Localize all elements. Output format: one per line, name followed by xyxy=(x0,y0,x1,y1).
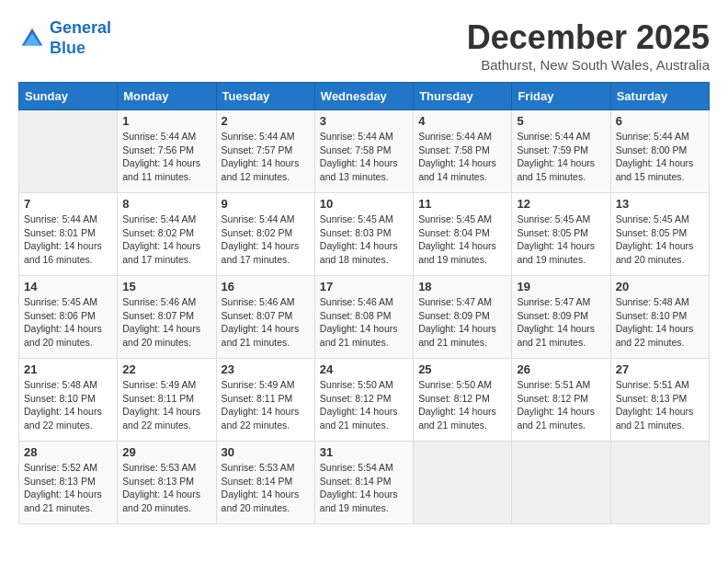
calendar-cell: 31Sunrise: 5:54 AMSunset: 8:14 PMDayligh… xyxy=(314,442,413,524)
calendar-cell: 14Sunrise: 5:45 AMSunset: 8:06 PMDayligh… xyxy=(19,276,118,359)
day-info: Sunrise: 5:44 AMSunset: 8:01 PMDaylight:… xyxy=(24,213,112,267)
page-header: General Blue December 2025 Bathurst, New… xyxy=(18,18,710,73)
day-info: Sunrise: 5:44 AMSunset: 8:02 PMDaylight:… xyxy=(122,213,210,267)
calendar-cell: 9Sunrise: 5:44 AMSunset: 8:02 PMDaylight… xyxy=(216,193,314,276)
calendar-cell: 24Sunrise: 5:50 AMSunset: 8:12 PMDayligh… xyxy=(314,359,413,442)
header-day-friday: Friday xyxy=(512,83,610,110)
day-number: 10 xyxy=(320,197,408,211)
calendar-cell: 7Sunrise: 5:44 AMSunset: 8:01 PMDaylight… xyxy=(19,193,118,276)
day-info: Sunrise: 5:44 AMSunset: 8:02 PMDaylight:… xyxy=(222,213,310,267)
calendar-table: SundayMondayTuesdayWednesdayThursdayFrid… xyxy=(18,82,710,524)
day-number: 12 xyxy=(517,197,605,211)
day-info: Sunrise: 5:44 AMSunset: 7:58 PMDaylight:… xyxy=(418,130,506,184)
day-number: 30 xyxy=(222,445,310,459)
calendar-cell: 16Sunrise: 5:46 AMSunset: 8:07 PMDayligh… xyxy=(216,276,314,359)
week-row-4: 21Sunrise: 5:48 AMSunset: 8:10 PMDayligh… xyxy=(19,359,710,442)
calendar-cell: 27Sunrise: 5:51 AMSunset: 8:13 PMDayligh… xyxy=(610,359,709,442)
day-info: Sunrise: 5:44 AMSunset: 8:00 PMDaylight:… xyxy=(616,130,704,184)
calendar-cell: 20Sunrise: 5:48 AMSunset: 8:10 PMDayligh… xyxy=(610,276,709,359)
day-info: Sunrise: 5:51 AMSunset: 8:13 PMDaylight:… xyxy=(616,378,704,432)
calendar-cell: 22Sunrise: 5:49 AMSunset: 8:11 PMDayligh… xyxy=(118,359,216,442)
logo-text: General Blue xyxy=(50,18,111,58)
day-number: 14 xyxy=(24,280,112,293)
calendar-cell: 18Sunrise: 5:47 AMSunset: 8:09 PMDayligh… xyxy=(414,276,512,359)
day-info: Sunrise: 5:49 AMSunset: 8:11 PMDaylight:… xyxy=(222,378,310,432)
day-info: Sunrise: 5:46 AMSunset: 8:07 PMDaylight:… xyxy=(222,295,310,350)
day-info: Sunrise: 5:44 AMSunset: 7:57 PMDaylight:… xyxy=(222,130,310,184)
day-number: 28 xyxy=(24,445,112,459)
calendar-cell: 29Sunrise: 5:53 AMSunset: 8:13 PMDayligh… xyxy=(118,442,216,524)
calendar-header: SundayMondayTuesdayWednesdayThursdayFrid… xyxy=(19,83,710,110)
day-info: Sunrise: 5:46 AMSunset: 8:07 PMDaylight:… xyxy=(122,295,210,350)
day-number: 11 xyxy=(418,197,506,211)
header-day-thursday: Thursday xyxy=(414,83,512,110)
day-info: Sunrise: 5:44 AMSunset: 7:59 PMDaylight:… xyxy=(517,130,605,184)
day-number: 26 xyxy=(517,362,605,376)
location: Bathurst, New South Wales, Australia xyxy=(467,57,710,73)
header-day-monday: Monday xyxy=(118,83,216,110)
day-number: 25 xyxy=(418,362,506,376)
week-row-5: 28Sunrise: 5:52 AMSunset: 8:13 PMDayligh… xyxy=(19,442,710,524)
calendar-cell: 4Sunrise: 5:44 AMSunset: 7:58 PMDaylight… xyxy=(414,110,512,193)
calendar-cell: 26Sunrise: 5:51 AMSunset: 8:12 PMDayligh… xyxy=(512,359,610,442)
calendar-cell: 13Sunrise: 5:45 AMSunset: 8:05 PMDayligh… xyxy=(610,193,709,276)
day-number: 19 xyxy=(517,280,605,293)
day-number: 27 xyxy=(616,362,704,376)
day-info: Sunrise: 5:45 AMSunset: 8:04 PMDaylight:… xyxy=(418,213,506,267)
calendar-cell: 2Sunrise: 5:44 AMSunset: 7:57 PMDaylight… xyxy=(216,110,314,193)
day-info: Sunrise: 5:51 AMSunset: 8:12 PMDaylight:… xyxy=(517,378,605,432)
calendar-cell xyxy=(414,442,512,524)
day-number: 15 xyxy=(122,280,210,293)
day-number: 18 xyxy=(418,280,506,293)
day-info: Sunrise: 5:45 AMSunset: 8:03 PMDaylight:… xyxy=(320,213,408,267)
week-row-2: 7Sunrise: 5:44 AMSunset: 8:01 PMDaylight… xyxy=(19,193,710,276)
logo-icon xyxy=(18,25,46,52)
calendar-cell: 1Sunrise: 5:44 AMSunset: 7:56 PMDaylight… xyxy=(118,110,216,193)
calendar-cell: 19Sunrise: 5:47 AMSunset: 8:09 PMDayligh… xyxy=(512,276,610,359)
logo: General Blue xyxy=(18,18,111,58)
title-block: December 2025 Bathurst, New South Wales,… xyxy=(467,18,710,73)
day-number: 21 xyxy=(24,362,112,376)
header-day-saturday: Saturday xyxy=(610,83,709,110)
calendar-cell: 30Sunrise: 5:53 AMSunset: 8:14 PMDayligh… xyxy=(216,442,314,524)
calendar-cell: 12Sunrise: 5:45 AMSunset: 8:05 PMDayligh… xyxy=(512,193,610,276)
day-number: 4 xyxy=(418,114,506,128)
day-number: 5 xyxy=(517,114,605,128)
month-title: December 2025 xyxy=(467,18,710,57)
day-number: 20 xyxy=(616,280,704,293)
calendar-cell: 21Sunrise: 5:48 AMSunset: 8:10 PMDayligh… xyxy=(19,359,118,442)
day-info: Sunrise: 5:47 AMSunset: 8:09 PMDaylight:… xyxy=(517,295,605,350)
calendar-cell xyxy=(19,110,118,193)
header-day-wednesday: Wednesday xyxy=(314,83,413,110)
calendar-cell: 23Sunrise: 5:49 AMSunset: 8:11 PMDayligh… xyxy=(216,359,314,442)
day-info: Sunrise: 5:45 AMSunset: 8:05 PMDaylight:… xyxy=(517,213,605,267)
day-info: Sunrise: 5:45 AMSunset: 8:05 PMDaylight:… xyxy=(616,213,704,267)
day-info: Sunrise: 5:48 AMSunset: 8:10 PMDaylight:… xyxy=(616,295,704,350)
day-info: Sunrise: 5:53 AMSunset: 8:13 PMDaylight:… xyxy=(122,461,210,515)
day-number: 31 xyxy=(320,445,408,459)
calendar-cell: 6Sunrise: 5:44 AMSunset: 8:00 PMDaylight… xyxy=(610,110,709,193)
calendar-cell: 17Sunrise: 5:46 AMSunset: 8:08 PMDayligh… xyxy=(314,276,413,359)
day-number: 6 xyxy=(616,114,704,128)
day-number: 29 xyxy=(122,445,210,459)
calendar-cell: 5Sunrise: 5:44 AMSunset: 7:59 PMDaylight… xyxy=(512,110,610,193)
day-info: Sunrise: 5:44 AMSunset: 7:58 PMDaylight:… xyxy=(320,130,408,184)
week-row-3: 14Sunrise: 5:45 AMSunset: 8:06 PMDayligh… xyxy=(19,276,710,359)
day-number: 1 xyxy=(122,114,210,128)
calendar-cell: 10Sunrise: 5:45 AMSunset: 8:03 PMDayligh… xyxy=(314,193,413,276)
day-info: Sunrise: 5:52 AMSunset: 8:13 PMDaylight:… xyxy=(24,461,112,515)
calendar-cell xyxy=(512,442,610,524)
header-day-sunday: Sunday xyxy=(19,83,118,110)
day-info: Sunrise: 5:48 AMSunset: 8:10 PMDaylight:… xyxy=(24,378,112,432)
day-number: 9 xyxy=(222,197,310,211)
day-number: 23 xyxy=(222,362,310,376)
calendar-body: 1Sunrise: 5:44 AMSunset: 7:56 PMDaylight… xyxy=(19,110,710,524)
day-info: Sunrise: 5:53 AMSunset: 8:14 PMDaylight:… xyxy=(222,461,310,515)
day-number: 13 xyxy=(616,197,704,211)
day-number: 3 xyxy=(320,114,408,128)
calendar-cell: 3Sunrise: 5:44 AMSunset: 7:58 PMDaylight… xyxy=(314,110,413,193)
calendar-cell xyxy=(610,442,709,524)
day-info: Sunrise: 5:45 AMSunset: 8:06 PMDaylight:… xyxy=(24,295,112,350)
day-info: Sunrise: 5:54 AMSunset: 8:14 PMDaylight:… xyxy=(320,461,408,515)
day-number: 8 xyxy=(122,197,210,211)
